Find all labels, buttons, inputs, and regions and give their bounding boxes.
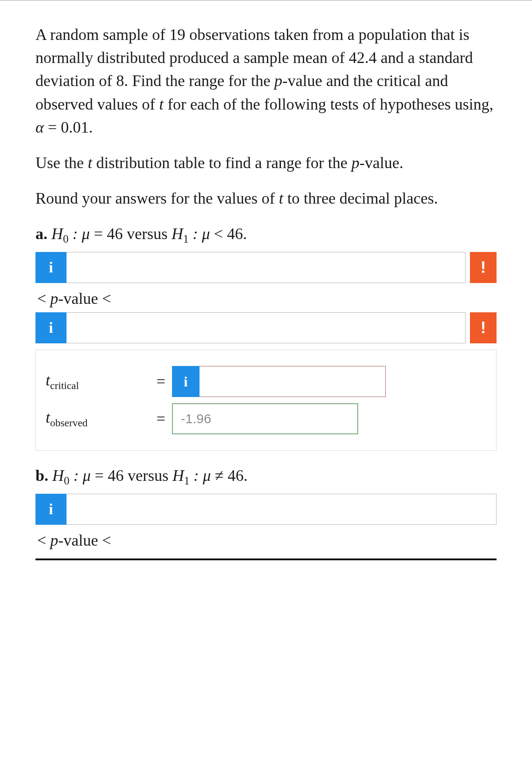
p-value-range-label-b: < p-value <	[37, 531, 497, 550]
p-lower-input-row-a: i !	[35, 252, 497, 283]
error-icon[interactable]: !	[470, 252, 497, 283]
info-icon[interactable]: i	[172, 366, 200, 397]
p-upper-input-a[interactable]	[66, 312, 466, 343]
part-b-prefix: b.	[35, 467, 52, 484]
info-icon[interactable]: i	[35, 252, 66, 283]
info-icon[interactable]: i	[35, 494, 66, 525]
question-page: A random sample of 19 observations taken…	[0, 0, 532, 560]
p-value-range-label-a: < p-value <	[37, 289, 497, 308]
p-lower-input-row-b: i	[35, 494, 497, 525]
p-lower-input-b[interactable]	[66, 494, 497, 525]
problem-statement: A random sample of 19 observations taken…	[35, 23, 497, 139]
instruction-table: Use the t distribution table to find a r…	[35, 151, 497, 174]
t-critical-row: tcritical = i	[46, 366, 486, 397]
equals-sign: =	[150, 372, 172, 391]
p-lower-input-a[interactable]	[66, 252, 466, 283]
part-b-hypotheses: b. H0 : μ = 46 versus H1 : μ ≠ 46.	[35, 464, 497, 489]
part-a-prefix: a.	[35, 225, 51, 243]
equals-sign: =	[150, 409, 172, 428]
bottom-rule	[35, 559, 497, 560]
part-a-hypotheses: a. H0 : μ = 46 versus H1 : μ < 46.	[35, 222, 497, 248]
t-observed-row: tobserved =	[46, 403, 486, 434]
t-critical-input[interactable]	[200, 366, 386, 397]
p-upper-input-row-a: i !	[35, 312, 497, 343]
t-critical-label: tcritical	[46, 371, 150, 392]
error-icon[interactable]: !	[470, 312, 497, 343]
t-values-box-a: tcritical = i tobserved =	[35, 350, 497, 451]
instruction-rounding: Round your answers for the values of t t…	[35, 187, 497, 210]
info-icon[interactable]: i	[35, 312, 66, 343]
t-observed-input[interactable]	[172, 403, 358, 434]
t-observed-label: tobserved	[46, 408, 150, 429]
